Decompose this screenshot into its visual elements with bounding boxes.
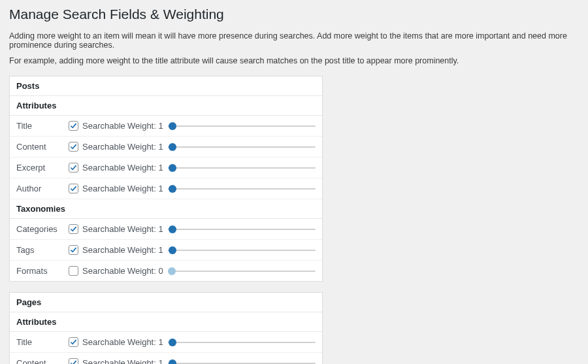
searchable-cell: Searchable [69, 266, 127, 276]
weight-label: Weight: 1 [127, 142, 164, 152]
weight-label: Weight: 1 [127, 184, 164, 193]
slider-thumb[interactable] [169, 185, 176, 193]
field-row-tags: TagsSearchableWeight: 1 [10, 240, 322, 261]
searchable-cell: Searchable [69, 163, 127, 173]
searchable-cell: Searchable [69, 358, 127, 364]
weight-slider[interactable] [168, 359, 316, 365]
weight-slider[interactable] [168, 246, 316, 255]
weight-label: Weight: 1 [127, 121, 164, 131]
weight-cell: Weight: 1 [127, 163, 316, 173]
searchable-checkbox[interactable] [69, 337, 78, 347]
field-label: Content [16, 142, 69, 152]
group-title: Taxonomies [10, 199, 322, 219]
group-title: Attributes [10, 96, 322, 116]
searchable-cell: Searchable [69, 142, 127, 152]
slider-track [168, 363, 316, 364]
weight-cell: Weight: 0 [127, 266, 316, 276]
weight-cell: Weight: 1 [127, 358, 316, 364]
searchable-checkbox[interactable] [69, 142, 78, 152]
searchable-label: Searchable [82, 163, 125, 173]
searchable-label: Searchable [82, 266, 125, 276]
panel-title: Pages [10, 293, 322, 312]
field-row-content: ContentSearchableWeight: 1 [10, 137, 322, 157]
searchable-checkbox[interactable] [69, 121, 78, 131]
weight-cell: Weight: 1 [127, 184, 316, 193]
slider-thumb[interactable] [169, 246, 176, 254]
weight-cell: Weight: 1 [127, 142, 316, 152]
searchable-label: Searchable [82, 224, 125, 234]
weight-slider[interactable] [168, 184, 316, 193]
field-label: Title [16, 121, 69, 131]
weight-cell: Weight: 1 [127, 224, 316, 234]
weight-label: Weight: 1 [127, 163, 164, 173]
searchable-checkbox[interactable] [69, 358, 78, 364]
searchable-label: Searchable [82, 121, 125, 131]
field-label: Tags [16, 245, 69, 255]
slider-thumb[interactable] [169, 225, 176, 233]
weight-slider[interactable] [168, 142, 316, 152]
page-title: Manage Search Fields & Weighting [9, 7, 579, 22]
slider-thumb[interactable] [169, 164, 176, 172]
field-row-title: TitleSearchableWeight: 1 [10, 332, 322, 353]
weight-slider[interactable] [168, 225, 316, 234]
weight-label: Weight: 0 [127, 266, 164, 276]
searchable-checkbox[interactable] [69, 163, 78, 173]
searchable-label: Searchable [82, 245, 125, 255]
slider-thumb[interactable] [169, 122, 176, 130]
field-row-author: AuthorSearchableWeight: 1 [10, 178, 322, 199]
intro-paragraph-2: For example, adding more weight to the t… [9, 56, 579, 65]
searchable-label: Searchable [82, 358, 125, 364]
field-label: Categories [16, 224, 69, 234]
panel-title: Posts [10, 76, 322, 96]
searchable-cell: Searchable [69, 121, 127, 131]
field-row-content: ContentSearchableWeight: 1 [10, 353, 322, 364]
panel-pages: PagesAttributesTitleSearchableWeight: 1C… [9, 292, 323, 364]
slider-track [168, 342, 316, 343]
field-row-title: TitleSearchableWeight: 1 [10, 116, 322, 137]
slider-track [168, 188, 316, 190]
slider-thumb[interactable] [168, 267, 176, 275]
group-title: Attributes [10, 312, 322, 332]
weight-slider[interactable] [168, 338, 316, 347]
field-label: Formats [16, 266, 69, 276]
searchable-cell: Searchable [69, 184, 127, 193]
weight-label: Weight: 1 [127, 358, 164, 364]
weight-cell: Weight: 1 [127, 337, 316, 347]
searchable-checkbox[interactable] [69, 224, 78, 234]
searchable-label: Searchable [82, 142, 125, 152]
slider-thumb[interactable] [169, 359, 176, 365]
slider-track [168, 229, 316, 230]
weight-label: Weight: 1 [127, 224, 164, 234]
field-label: Author [16, 184, 69, 193]
slider-track [168, 125, 316, 127]
searchable-checkbox[interactable] [69, 184, 78, 193]
searchable-cell: Searchable [69, 337, 127, 347]
searchable-label: Searchable [82, 184, 125, 193]
searchable-label: Searchable [82, 337, 125, 347]
slider-thumb[interactable] [169, 339, 176, 346]
weight-slider[interactable] [168, 122, 316, 131]
searchable-checkbox[interactable] [69, 266, 78, 276]
intro-paragraph-1: Adding more weight to an item will mean … [9, 31, 579, 50]
weight-cell: Weight: 1 [127, 121, 316, 131]
field-label: Excerpt [16, 163, 69, 173]
field-label: Title [16, 337, 69, 347]
searchable-checkbox[interactable] [69, 245, 78, 255]
slider-track [168, 167, 316, 169]
searchable-cell: Searchable [69, 245, 127, 255]
field-row-formats: FormatsSearchableWeight: 0 [10, 261, 322, 281]
panel-posts: PostsAttributesTitleSearchableWeight: 1C… [9, 76, 323, 282]
slider-track [168, 250, 316, 251]
weight-label: Weight: 1 [127, 245, 164, 255]
slider-track [168, 271, 316, 272]
field-row-categories: CategoriesSearchableWeight: 1 [10, 219, 322, 240]
slider-thumb[interactable] [169, 143, 176, 151]
field-label: Content [16, 358, 69, 364]
weight-slider[interactable] [168, 163, 316, 173]
weight-slider[interactable] [168, 267, 316, 276]
field-row-excerpt: ExcerptSearchableWeight: 1 [10, 157, 322, 178]
weight-cell: Weight: 1 [127, 245, 316, 255]
slider-track [168, 146, 316, 148]
searchable-cell: Searchable [69, 224, 127, 234]
weight-label: Weight: 1 [127, 337, 164, 347]
